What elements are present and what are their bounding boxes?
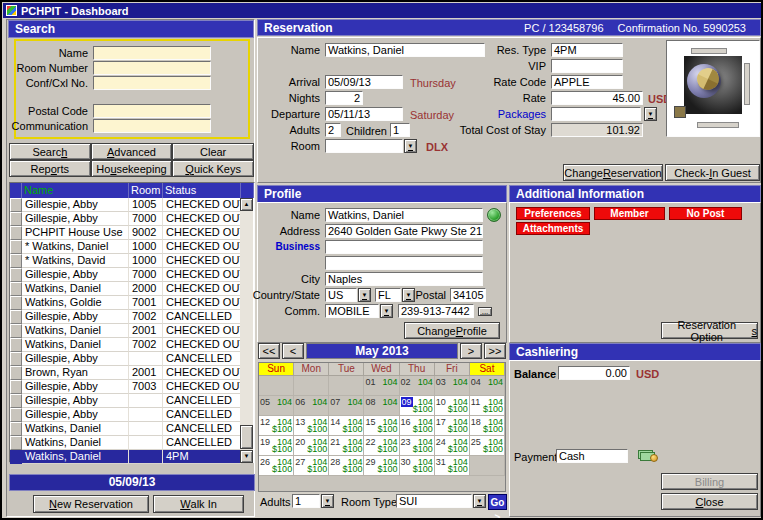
search-communication-input[interactable] bbox=[93, 119, 211, 133]
business-field[interactable] bbox=[325, 240, 483, 254]
globe-icon[interactable] bbox=[487, 208, 501, 222]
row-selector[interactable] bbox=[10, 268, 22, 282]
calendar-day-cell[interactable]: 02 104 bbox=[400, 376, 435, 396]
row-selector[interactable] bbox=[10, 324, 22, 338]
table-row[interactable]: Watkins, Daniel 2001 CHECKED OUT bbox=[10, 324, 241, 338]
address-field[interactable]: 2640 Golden Gate Pkwy Ste 211 bbox=[325, 224, 483, 238]
reservation-options-button[interactable]: Reservation Options bbox=[661, 322, 758, 339]
table-row[interactable]: * Watkins, Daniel 1000 CHECKED OUT bbox=[10, 240, 241, 254]
table-row[interactable]: Gillespie, Abby CANCELLED bbox=[10, 394, 241, 408]
calendar-day-cell[interactable]: 20 104 $100 bbox=[294, 436, 329, 456]
calendar-day-cell[interactable]: 03 104 bbox=[435, 376, 470, 396]
calendar-day-cell[interactable]: 11 104 $100 bbox=[470, 396, 505, 416]
row-selector[interactable] bbox=[10, 282, 22, 296]
table-row[interactable]: Gillespie, Abby 7000 CHECKED OUT bbox=[10, 268, 241, 282]
scroll-up-arrow-icon[interactable]: ▲ bbox=[240, 198, 253, 211]
table-row[interactable]: Brown, Ryan 2001 CHECKED OUT bbox=[10, 366, 241, 380]
table-row[interactable]: PCHPIT House Use 9002 CHECKED OUT bbox=[10, 226, 241, 240]
country-dropdown-icon[interactable]: ▼ bbox=[358, 288, 371, 302]
calendar-day-cell[interactable]: 13 104 $100 bbox=[294, 416, 329, 436]
table-row[interactable]: Gillespie, Abby 1005 CHECKED OUT bbox=[10, 198, 241, 212]
row-selector[interactable] bbox=[10, 338, 22, 352]
calendar-day-cell[interactable]: 18 104 $100 bbox=[470, 416, 505, 436]
scroll-down-arrow-icon[interactable]: ▼ bbox=[240, 450, 253, 463]
row-selector[interactable] bbox=[10, 310, 22, 324]
row-selector[interactable] bbox=[10, 380, 22, 394]
calendar-day-cell[interactable]: 28 104 $100 bbox=[329, 456, 364, 476]
calendar-day-cell[interactable] bbox=[294, 376, 329, 396]
scrollbar-thumb[interactable] bbox=[240, 425, 253, 449]
packages-dropdown-icon[interactable]: ▼ bbox=[644, 107, 657, 121]
calendar-day-cell[interactable]: 19 104 $100 bbox=[259, 436, 294, 456]
calendar-day-cell[interactable]: 25 104 $100 bbox=[470, 436, 505, 456]
room-dropdown-icon[interactable]: ▼ bbox=[404, 139, 417, 153]
payment-field[interactable]: Cash bbox=[556, 449, 628, 463]
calendar-day-cell[interactable]: 14 104 $100 bbox=[329, 416, 364, 436]
table-row[interactable]: Watkins, Daniel CANCELLED bbox=[10, 422, 241, 436]
walk-in-button[interactable]: Walk In bbox=[153, 495, 244, 513]
calendar-day-cell[interactable]: 17 104 $100 bbox=[435, 416, 470, 436]
table-row[interactable]: Gillespie, Abby 7000 CHECKED OUT bbox=[10, 212, 241, 226]
search-room-input[interactable] bbox=[93, 61, 211, 75]
calendar-adults-field[interactable]: 1 bbox=[292, 494, 320, 508]
advanced-button[interactable]: Advanced bbox=[91, 143, 173, 160]
calendar-room-type-field[interactable]: SUI bbox=[396, 494, 472, 508]
calendar-adults-dropdown-icon[interactable]: ▼ bbox=[321, 494, 334, 508]
row-selector[interactable] bbox=[10, 408, 22, 422]
table-row[interactable]: Gillespie, Abby 7002 CANCELLED bbox=[10, 310, 241, 324]
nights-field[interactable]: 2 bbox=[325, 91, 363, 105]
comm-type-dropdown-icon[interactable]: ▼ bbox=[380, 304, 393, 318]
row-selector[interactable] bbox=[10, 226, 22, 240]
calendar-day-cell[interactable]: 10 104 $100 bbox=[435, 396, 470, 416]
calendar-day-cell[interactable]: 16 104 $100 bbox=[400, 416, 435, 436]
clear-button[interactable]: Clear bbox=[172, 143, 254, 160]
arrival-field[interactable]: 05/09/13 bbox=[325, 75, 403, 89]
change-profile-button[interactable]: Change Profile bbox=[404, 322, 500, 339]
table-row[interactable]: Watkins, Daniel 4PM bbox=[10, 450, 241, 464]
row-selector[interactable] bbox=[10, 296, 22, 310]
address2-field[interactable] bbox=[325, 256, 483, 270]
business-link[interactable]: Business bbox=[258, 241, 320, 252]
row-selector[interactable] bbox=[10, 240, 22, 254]
calendar-day-cell[interactable]: 23 104 $100 bbox=[400, 436, 435, 456]
city-field[interactable]: Naples bbox=[325, 272, 483, 286]
row-selector[interactable] bbox=[10, 254, 22, 268]
row-selector[interactable] bbox=[10, 366, 22, 380]
calendar-day-cell[interactable] bbox=[259, 376, 294, 396]
quick-keys-button[interactable]: Quick Keys bbox=[172, 160, 254, 177]
comm-type-field[interactable]: MOBILE bbox=[325, 304, 379, 318]
more-comm-button[interactable]: ... bbox=[478, 307, 492, 316]
row-selector[interactable] bbox=[10, 212, 22, 226]
room-column-header[interactable]: Room bbox=[129, 183, 163, 198]
calendar-day-cell[interactable]: 27 104 $100 bbox=[294, 456, 329, 476]
close-button[interactable]: Close bbox=[661, 493, 758, 510]
calendar-room-type-dropdown-icon[interactable]: ▼ bbox=[473, 494, 486, 508]
children-field[interactable]: 1 bbox=[390, 123, 410, 137]
phone-field[interactable]: 239-913-7442 bbox=[398, 304, 474, 318]
calendar-day-cell[interactable]: 26 104 $100 bbox=[259, 456, 294, 476]
postal-field[interactable]: 34105 bbox=[450, 288, 486, 302]
reports-button[interactable]: Reports bbox=[9, 160, 91, 177]
calendar-day-cell[interactable]: 06 104 bbox=[294, 396, 329, 416]
country-field[interactable]: US bbox=[325, 288, 357, 302]
calendar-day-cell[interactable]: 15 104 $100 bbox=[364, 416, 399, 436]
calendar-day-cell[interactable]: 08 104 bbox=[364, 396, 399, 416]
room-field[interactable] bbox=[325, 139, 403, 153]
table-row[interactable]: Watkins, Daniel CANCELLED bbox=[10, 436, 241, 450]
search-conf-input[interactable] bbox=[93, 76, 211, 90]
billing-button[interactable]: Billing bbox=[661, 473, 758, 490]
calendar-first-button[interactable]: << bbox=[258, 343, 280, 359]
calendar-day-cell[interactable]: 30 104 $100 bbox=[400, 456, 435, 476]
row-selector[interactable] bbox=[10, 422, 22, 436]
check-in-guest-button[interactable]: Check-In Guest bbox=[665, 164, 760, 181]
status-column-header[interactable]: Status bbox=[163, 183, 241, 198]
change-reservation-button[interactable]: Change Reservation bbox=[563, 164, 663, 181]
search-name-input[interactable] bbox=[93, 46, 211, 60]
calendar-day-cell[interactable] bbox=[470, 456, 505, 476]
packages-link[interactable]: Packages bbox=[458, 108, 546, 120]
table-row[interactable]: Watkins, Goldie 7001 CHECKED OUT bbox=[10, 296, 241, 310]
rate-code-field[interactable]: APPLE bbox=[551, 75, 623, 89]
calendar-day-cell[interactable]: 07 104 bbox=[329, 396, 364, 416]
row-selector[interactable] bbox=[10, 198, 22, 212]
res-type-field[interactable]: 4PM bbox=[551, 43, 623, 57]
